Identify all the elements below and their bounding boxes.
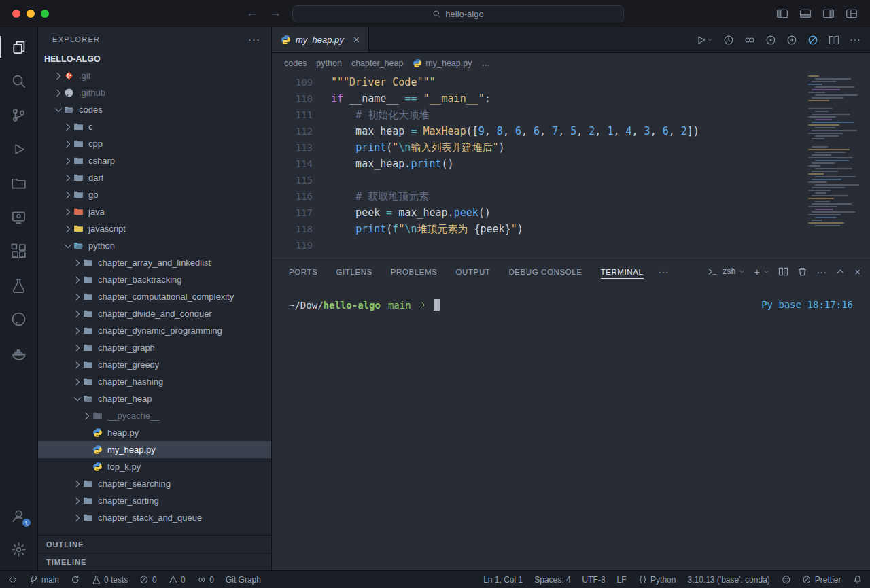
split-terminal-icon[interactable] <box>778 266 788 277</box>
activity-github[interactable] <box>0 302 37 336</box>
status-indentation[interactable]: Spaces: 4 <box>534 575 570 585</box>
status-sync[interactable] <box>71 575 80 585</box>
status-notifications[interactable] <box>853 575 863 585</box>
tree-item-javascript[interactable]: javascript <box>38 220 271 237</box>
tree-item-c[interactable]: c <box>38 118 271 135</box>
activity-file-folders[interactable] <box>0 166 37 200</box>
toggle-panel-icon[interactable] <box>799 7 812 20</box>
activity-source-control[interactable] <box>0 98 37 132</box>
kill-terminal-icon[interactable] <box>797 266 807 277</box>
new-terminal-chevron-icon[interactable] <box>763 269 769 275</box>
tree-item-heap-py[interactable]: heap.py <box>38 424 271 441</box>
activity-search[interactable] <box>0 64 37 98</box>
tree-item-chapter-divide-and-conquer[interactable]: chapter_divide_and_conquer <box>38 305 271 322</box>
activity-extensions[interactable] <box>0 234 37 268</box>
tree-item-chapter-graph[interactable]: chapter_graph <box>38 339 271 356</box>
breadcrumb-item[interactable]: chapter_heap <box>351 58 403 68</box>
maximize-panel-icon[interactable] <box>835 266 846 277</box>
gitlens-open-changes-button[interactable] <box>765 35 776 46</box>
activity-docker[interactable] <box>0 336 37 370</box>
activity-run-and-debug[interactable] <box>0 132 37 166</box>
activity-testing[interactable] <box>0 268 37 302</box>
status-eol[interactable]: LF <box>617 575 627 585</box>
activity-accounts[interactable]: 1 <box>0 498 37 532</box>
customize-layout-icon[interactable] <box>846 7 858 20</box>
code-editor[interactable]: 109"""Driver Code"""110if __name__ == "_… <box>272 73 870 258</box>
tree-item-python[interactable]: python <box>38 237 271 254</box>
tree-item-chapter-array-and-linkedlist[interactable]: chapter_array_and_linkedlist <box>38 254 271 271</box>
status-errors[interactable]: 0 <box>139 575 156 585</box>
tree-item-chapter-computational-complexity[interactable]: chapter_computational_complexity <box>38 288 271 305</box>
tree-item-pycache[interactable]: __pycache__ <box>38 407 271 424</box>
panel-tab-ports[interactable]: PORTS <box>289 264 317 279</box>
split-editor-button[interactable] <box>829 35 839 46</box>
tree-root-hello-algo[interactable]: HELLO-ALGO <box>38 51 271 67</box>
tree-item-dart[interactable]: dart <box>38 169 271 186</box>
status-language-mode[interactable]: Python <box>638 575 676 585</box>
run-python-file-button[interactable] <box>695 35 713 46</box>
tree-item-chapter-greedy[interactable]: chapter_greedy <box>38 356 271 373</box>
status-encoding[interactable]: UTF-8 <box>582 575 606 585</box>
tree-item-codes[interactable]: codes <box>38 101 271 118</box>
panel-tab-output[interactable]: OUTPUT <box>456 264 491 279</box>
breadcrumb-item[interactable]: python <box>316 58 342 68</box>
tree-item-chapter-heap[interactable]: chapter_heap <box>38 390 271 407</box>
timeline-section[interactable]: TIMELINE <box>38 553 271 570</box>
tree-item-github[interactable]: .github <box>38 84 271 101</box>
activity-settings[interactable] <box>0 532 37 566</box>
status-prettier[interactable]: Prettier <box>802 575 841 585</box>
toggle-primary-sidebar-icon[interactable] <box>776 7 788 20</box>
toggle-secondary-sidebar-icon[interactable] <box>822 7 835 20</box>
tree-item-chapter-dynamic-programming[interactable]: chapter_dynamic_programming <box>38 322 271 339</box>
tree-item-my-heap-py[interactable]: my_heap.py <box>38 441 271 458</box>
more-actions-button[interactable]: ··· <box>850 35 860 46</box>
close-tab-icon[interactable]: × <box>353 34 360 46</box>
minimize-window-button[interactable] <box>27 10 35 18</box>
tree-item-chapter-searching[interactable]: chapter_searching <box>38 475 271 492</box>
terminal-more-actions-icon[interactable]: ··· <box>816 266 826 277</box>
gitlens-file-history-button[interactable] <box>786 35 797 46</box>
status-git-graph[interactable]: Git Graph <box>226 575 261 585</box>
tree-item-chapter-backtracking[interactable]: chapter_backtracking <box>38 271 271 288</box>
panel-tab-terminal[interactable]: TERMINAL <box>601 264 644 279</box>
close-panel-icon[interactable]: × <box>854 266 860 277</box>
breadcrumb-item[interactable]: … <box>481 58 490 68</box>
tree-item-top-k-py[interactable]: top_k.py <box>38 458 271 475</box>
terminal-content[interactable]: ~/Dow/hello-algo main Py base 18:17:16 <box>272 284 870 570</box>
status-tests[interactable]: 0 tests <box>92 575 128 585</box>
panel-tab-gitlens[interactable]: GITLENS <box>336 264 372 279</box>
minimap[interactable] <box>808 75 867 228</box>
status-git-branch[interactable]: main <box>29 575 60 585</box>
zoom-window-button[interactable] <box>41 10 49 18</box>
status-ports[interactable]: 0 <box>197 575 214 585</box>
close-window-button[interactable] <box>12 10 20 18</box>
tree-item-go[interactable]: go <box>38 186 271 203</box>
status-python-interpreter[interactable]: 3.10.13 ('base': conda) <box>687 575 769 585</box>
breadcrumb-item[interactable]: my_heap.py <box>413 58 472 68</box>
tab-my-heap-py[interactable]: my_heap.py × <box>272 27 369 52</box>
back-button[interactable]: ← <box>246 5 258 20</box>
tree-item-cpp[interactable]: cpp <box>38 135 271 152</box>
activity-remote-explorer[interactable] <box>0 200 37 234</box>
python-run-config-button[interactable] <box>807 35 818 46</box>
tree-item-chapter-sorting[interactable]: chapter_sorting <box>38 492 271 509</box>
panel-tab-problems[interactable]: PROBLEMS <box>391 264 438 279</box>
panel-more-tabs[interactable]: ··· <box>659 266 669 277</box>
status-remote[interactable] <box>8 575 18 585</box>
tree-item-chapter-hashing[interactable]: chapter_hashing <box>38 373 271 390</box>
tree-item-java[interactable]: java <box>38 203 271 220</box>
shell-picker-chevron-icon[interactable] <box>739 269 745 275</box>
view-timeline-button[interactable] <box>723 35 734 46</box>
status-cursor-position[interactable]: Ln 1, Col 1 <box>483 575 523 585</box>
tree-item-chapter-stack-and-queue[interactable]: chapter_stack_and_queue <box>38 509 271 526</box>
command-center-search[interactable]: hello-algo <box>292 5 624 22</box>
explorer-more-actions[interactable]: ··· <box>248 33 260 45</box>
new-terminal-icon[interactable]: + <box>754 266 760 277</box>
shell-name[interactable]: zsh <box>723 266 735 276</box>
gitlens-compare-button[interactable] <box>744 35 755 46</box>
panel-tab-debug-console[interactable]: DEBUG CONSOLE <box>508 264 582 279</box>
outline-section[interactable]: OUTLINE <box>38 535 271 553</box>
activity-explorer[interactable] <box>0 30 37 64</box>
breadcrumb-item[interactable]: codes <box>284 58 307 68</box>
tree-item-csharp[interactable]: csharp <box>38 152 271 169</box>
